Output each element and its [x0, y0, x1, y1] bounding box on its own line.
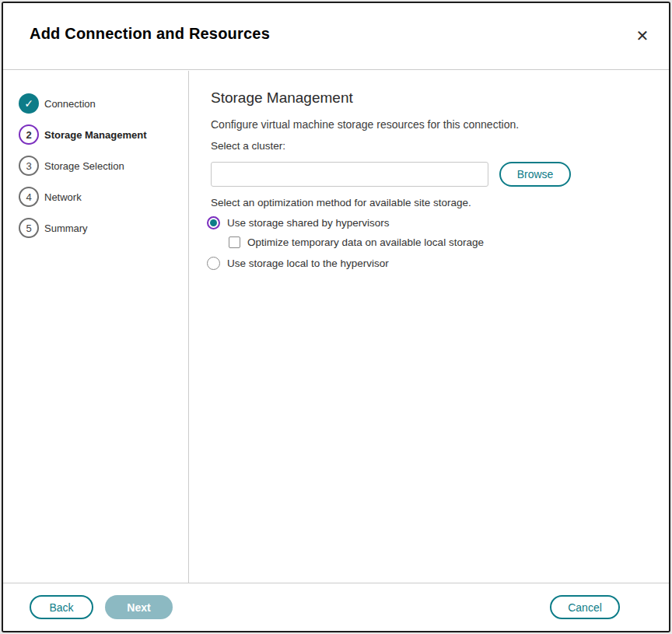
optimization-method-label: Select an optimization method for availa…: [211, 197, 471, 208]
checkbox-unchecked-icon: [229, 236, 240, 248]
back-button[interactable]: Back: [30, 595, 93, 619]
step-number: 2: [19, 124, 39, 145]
step-number: 3: [19, 156, 39, 176]
step-label: Summary: [44, 222, 88, 234]
step-label: Connection: [44, 98, 96, 110]
browse-button[interactable]: Browse: [499, 162, 571, 187]
dialog-title: Add Connection and Resources: [30, 25, 270, 43]
radio-local-storage[interactable]: Use storage local to the hypervisor: [207, 257, 389, 270]
dialog-header: Add Connection and Resources ✕: [3, 3, 669, 70]
checkbox-label: Optimize temporary data on available loc…: [247, 236, 484, 248]
storage-management-panel: Storage Management Configure virtual mac…: [190, 71, 669, 583]
step-network[interactable]: 4 Network: [3, 181, 188, 212]
radio-label: Use storage local to the hypervisor: [227, 257, 389, 269]
check-icon: ✓: [19, 93, 39, 114]
step-number: 5: [19, 218, 39, 238]
cancel-button[interactable]: Cancel: [550, 595, 620, 619]
radio-selected-icon: [207, 216, 220, 229]
page-title: Storage Management: [211, 89, 353, 107]
radio-shared-storage[interactable]: Use storage shared by hypervisors: [207, 216, 390, 229]
checkbox-optimize-temp-data[interactable]: Optimize temporary data on available loc…: [229, 236, 484, 248]
step-label: Storage Selection: [44, 160, 124, 172]
step-storage-selection[interactable]: 3 Storage Selection: [3, 150, 188, 181]
step-connection[interactable]: ✓ Connection: [3, 88, 188, 119]
step-summary[interactable]: 5 Summary: [3, 212, 188, 243]
add-connection-dialog: Add Connection and Resources ✕ ✓ Connect…: [2, 2, 670, 632]
next-button[interactable]: Next: [105, 595, 173, 619]
cluster-input[interactable]: [211, 162, 488, 187]
step-storage-management[interactable]: 2 Storage Management: [3, 119, 188, 150]
close-icon[interactable]: ✕: [630, 23, 655, 48]
radio-label: Use storage shared by hypervisors: [227, 217, 390, 229]
wizard-steps-sidebar: ✓ Connection 2 Storage Management 3 Stor…: [3, 71, 189, 583]
step-number: 4: [19, 187, 39, 207]
step-label: Storage Management: [44, 129, 146, 141]
step-label: Network: [44, 191, 82, 203]
dialog-footer: Back Next Cancel: [3, 583, 669, 631]
page-description: Configure virtual machine storage resour…: [211, 118, 519, 131]
radio-unselected-icon: [207, 257, 220, 270]
radio-dot: [210, 219, 217, 226]
cluster-field-label: Select a cluster:: [211, 140, 285, 152]
